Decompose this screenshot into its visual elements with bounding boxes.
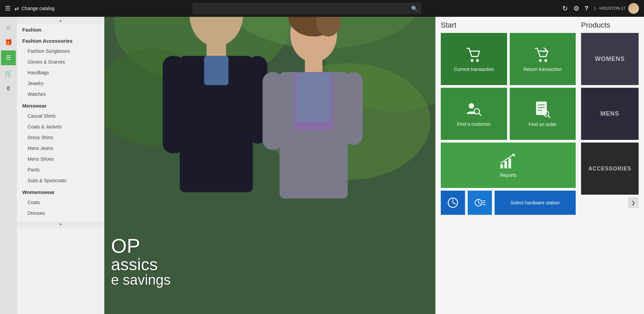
return-transaction-tile[interactable]: Return transaction (510, 33, 576, 85)
help-icon[interactable]: ? (585, 5, 588, 12)
refresh-icon[interactable]: ↻ (562, 4, 568, 12)
settings-icon[interactable]: ⚙ (573, 4, 579, 12)
accessories-label: ACCESSORIES (588, 166, 631, 172)
product-mens-tile[interactable]: MENS (581, 88, 639, 140)
select-hardware-tile[interactable]: Select hardware station (495, 191, 576, 215)
sidebar-item-fashion-accessories[interactable]: Fashion Accessories (17, 35, 104, 46)
gift-icon: 🎁 (5, 39, 12, 46)
sidebar-item-fashion[interactable]: Fashion (17, 24, 104, 35)
zero-label: 0 (7, 86, 10, 92)
svg-point-22 (471, 59, 473, 62)
find-order-icon (535, 101, 551, 118)
svg-rect-35 (500, 164, 503, 168)
sidebar-icons: ⌂ 🎁 ☰ 🛒 0 (0, 17, 17, 314)
product-womens-tile[interactable]: WOMENS (581, 33, 639, 85)
svg-rect-16 (305, 60, 322, 73)
sidebar-icon-zero[interactable]: 0 (1, 81, 16, 96)
svg-point-26 (469, 103, 474, 109)
sidebar-item-suits-sportcoats[interactable]: Suits & Sportcoats (17, 175, 104, 186)
sidebar-item-coats[interactable]: Coats (17, 197, 104, 208)
swap-icon: ⇄ (14, 5, 19, 12)
return-cart-icon (534, 46, 552, 63)
main-content: ⌂ 🎁 ☰ 🛒 0 ▲ Fashion Fashion Accessories … (0, 17, 644, 314)
svg-rect-20 (262, 72, 283, 150)
svg-line-40 (453, 203, 456, 204)
avatar (628, 3, 639, 14)
time-list-tile[interactable] (468, 191, 492, 215)
find-order-tile[interactable]: Find an order (510, 88, 576, 140)
clock-icon (447, 197, 459, 209)
user-info: 1 - HOUSTON-17 (594, 3, 639, 14)
svg-rect-8 (207, 43, 226, 57)
products-title: Products (581, 21, 639, 30)
promo-line1: OP (111, 236, 171, 256)
product-accessories-tile[interactable]: ACCESSORIES (581, 143, 639, 195)
sidebar-icon-cart[interactable]: 🛒 (1, 66, 16, 81)
image-placeholder: OP assics e savings (104, 17, 435, 314)
search-area: 🔍 (192, 3, 421, 14)
sidebar-item-pants[interactable]: Pants (17, 164, 104, 175)
sidebar-item-mens-shoes[interactable]: Mens Shoes (17, 154, 104, 164)
sidebar-item-menswear[interactable]: Menswear (17, 100, 104, 111)
sidebar-item-dress-shirts[interactable]: Dress Shirts (17, 132, 104, 143)
womens-label: WOMENS (595, 55, 625, 63)
change-catalog-button[interactable]: ⇄ Change catalog (14, 5, 55, 12)
sidebar-icon-home[interactable]: ⌂ (1, 19, 16, 34)
reports-icon (500, 153, 517, 169)
products-section: Products WOMENS MENS ACCESSORIES (578, 17, 644, 314)
cart-icon (465, 46, 482, 63)
sidebar-item-handbags[interactable]: Handbags (17, 67, 104, 78)
home-icon: ⌂ (6, 23, 10, 31)
sidebar-item-gloves-scarves[interactable]: Gloves & Scarves (17, 56, 104, 67)
sidebar-item-coats-jackets[interactable]: Coats & Jackets (17, 121, 104, 132)
sidebar-item-fashion-sunglasses[interactable]: Fashion Sunglasses (17, 46, 104, 56)
svg-line-43 (478, 203, 480, 204)
reports-tile[interactable]: Reports (441, 143, 576, 188)
current-transaction-label: Current transaction (454, 67, 494, 72)
svg-rect-37 (508, 158, 511, 168)
time-tile[interactable] (441, 191, 465, 215)
svg-line-28 (479, 113, 481, 116)
sidebar-item-jewelry[interactable]: Jewelry (17, 78, 104, 89)
reports-label: Reports (500, 172, 516, 178)
current-transaction-tile[interactable]: Current transaction (441, 33, 507, 85)
find-order-label: Find an order (529, 122, 557, 127)
sidebar-icon-gift[interactable]: 🎁 (1, 35, 16, 50)
svg-point-24 (539, 59, 542, 62)
select-hardware-label: Select hardware station (510, 200, 560, 205)
clock-list-icon (474, 197, 486, 209)
sidebar-item-watches[interactable]: Watches (17, 89, 104, 100)
promo-line2: assics (111, 256, 171, 273)
svg-rect-29 (536, 102, 547, 115)
sidebar-icon-catalog[interactable]: ☰ (1, 50, 16, 65)
catalog-icon: ☰ (6, 54, 11, 62)
arrow-right-icon: ❯ (631, 200, 635, 205)
promo-line3: e savings (111, 273, 171, 287)
top-bar-left: ☰ ⇄ Change catalog (0, 5, 104, 12)
hamburger-icon[interactable]: ☰ (5, 5, 10, 12)
sidebar-item-mens-jeans[interactable]: Mens Jeans (17, 143, 104, 154)
start-section: Start Current transaction (435, 17, 578, 314)
user-station-label: 1 - HOUSTON-17 (594, 6, 625, 11)
find-customer-tile[interactable]: Find a customer (441, 88, 507, 140)
top-bar: ☰ ⇄ Change catalog 🔍 ↻ ⚙ ? 1 - HOUSTON-1… (0, 0, 644, 17)
svg-line-34 (548, 116, 550, 118)
svg-point-25 (544, 59, 547, 62)
promo-text: OP assics e savings (111, 236, 171, 287)
search-icon[interactable]: 🔍 (411, 5, 418, 12)
top-bar-right: ↻ ⚙ ? 1 - HOUSTON-17 (562, 3, 644, 14)
svg-point-23 (476, 59, 479, 62)
sidebar-nav: ▲ Fashion Fashion Accessories Fashion Su… (17, 17, 104, 314)
svg-rect-10 (204, 56, 228, 85)
right-panel: Start Current transaction (435, 17, 644, 314)
svg-rect-21 (344, 72, 363, 145)
svg-rect-36 (504, 161, 507, 168)
mens-label: MENS (600, 110, 619, 117)
products-next-button[interactable]: ❯ (628, 197, 639, 208)
scroll-down-button[interactable]: ▼ (17, 221, 104, 228)
sidebar-item-womenswear[interactable]: Womenswear (17, 186, 104, 197)
find-customer-icon (465, 101, 482, 118)
sidebar-item-dresses[interactable]: Dresses (17, 208, 104, 219)
scroll-up-button[interactable]: ▲ (17, 17, 104, 24)
sidebar-item-casual-shirts[interactable]: Casual Shirts (17, 111, 104, 121)
